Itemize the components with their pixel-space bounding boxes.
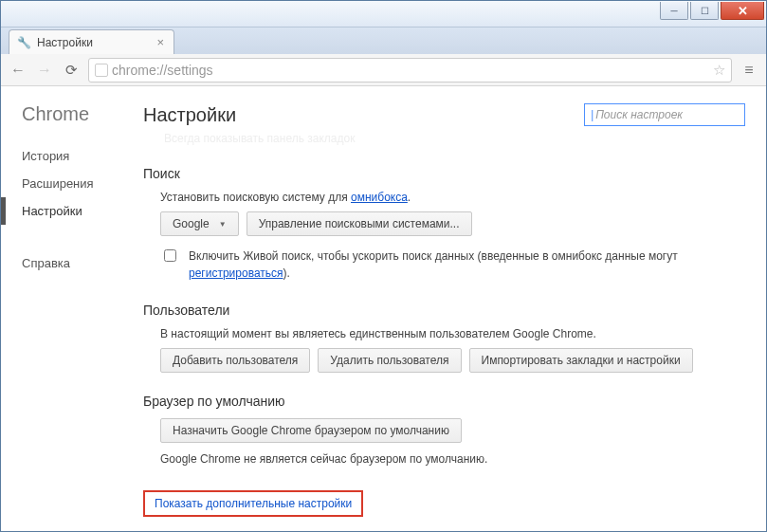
page-icon (95, 64, 108, 77)
omnibox[interactable]: chrome://settings ☆ (88, 58, 732, 83)
faded-bookmark-bar-option: Всегда показывать панель закладок (143, 130, 745, 145)
sidebar-item-extensions[interactable]: Расширения (1, 170, 143, 197)
chrome-menu-button[interactable]: ≡ (740, 62, 758, 79)
omnibox-url: chrome://settings (112, 63, 213, 78)
manage-search-engines-button[interactable]: Управление поисковыми системами... (247, 211, 472, 236)
instant-register-link[interactable]: регистрироваться (189, 266, 283, 280)
section-search-title: Поиск (143, 166, 745, 181)
show-advanced-link[interactable]: Показать дополнительные настройки (155, 497, 352, 510)
section-default-browser: Браузер по умолчанию Назначить Google Ch… (143, 394, 745, 466)
sidebar-item-settings[interactable]: Настройки (1, 197, 143, 225)
sidebar-item-help[interactable]: Справка (1, 249, 143, 277)
window-minimize-button[interactable]: ─ (660, 2, 688, 20)
settings-search-input[interactable]: |Поиск настроек (584, 103, 745, 126)
search-desc: Установить поисковую систему для омнибок… (160, 191, 745, 204)
delete-user-button[interactable]: Удалить пользователя (318, 348, 461, 373)
sidebar: Chrome История Расширения Настройки Спра… (1, 86, 143, 531)
section-users: Пользователи В настоящий момент вы являе… (143, 303, 745, 373)
forward-button[interactable]: → (35, 62, 54, 79)
tab-settings[interactable]: 🔧 Настройки × (9, 29, 174, 54)
section-users-title: Пользователи (143, 303, 745, 318)
bookmark-star-icon[interactable]: ☆ (713, 62, 725, 79)
instant-search-label: Включить Живой поиск, чтобы ускорить пои… (189, 248, 745, 282)
tab-title: Настройки (37, 36, 93, 49)
reload-button[interactable]: ⟳ (62, 62, 81, 79)
back-button[interactable]: ← (9, 62, 27, 79)
window-maximize-button[interactable]: ☐ (690, 2, 719, 20)
omnibox-link[interactable]: омнибокса (351, 191, 408, 204)
section-default-title: Браузер по умолчанию (143, 394, 745, 409)
instant-search-checkbox[interactable] (164, 249, 176, 262)
main-panel: Настройки |Поиск настроек Всегда показыв… (143, 86, 766, 531)
import-bookmarks-button[interactable]: Импортировать закладки и настройки (469, 348, 693, 373)
sidebar-brand: Chrome (1, 103, 143, 142)
wrench-icon: 🔧 (17, 36, 31, 49)
content-area: Chrome История Расширения Настройки Спра… (1, 86, 766, 531)
search-engine-dropdown[interactable]: Google (160, 211, 239, 236)
add-user-button[interactable]: Добавить пользователя (160, 348, 310, 373)
default-browser-status: Google Chrome не является сейчас браузер… (160, 452, 745, 466)
users-desc: В настоящий момент вы являетесь единстве… (160, 327, 745, 340)
set-default-browser-button[interactable]: Назначить Google Chrome браузером по умо… (160, 418, 462, 443)
browser-toolbar: ← → ⟳ chrome://settings ☆ ≡ (1, 54, 766, 86)
section-search: Поиск Установить поисковую систему для о… (143, 166, 745, 282)
window-close-button[interactable]: ✕ (721, 2, 764, 20)
show-advanced-highlight: Показать дополнительные настройки (143, 490, 363, 517)
tab-strip: 🔧 Настройки × (1, 28, 766, 54)
window-titlebar: ─ ☐ ✕ (1, 1, 766, 28)
page-title: Настройки (143, 104, 236, 126)
tab-close-icon[interactable]: × (156, 35, 164, 49)
sidebar-item-history[interactable]: История (1, 142, 143, 170)
